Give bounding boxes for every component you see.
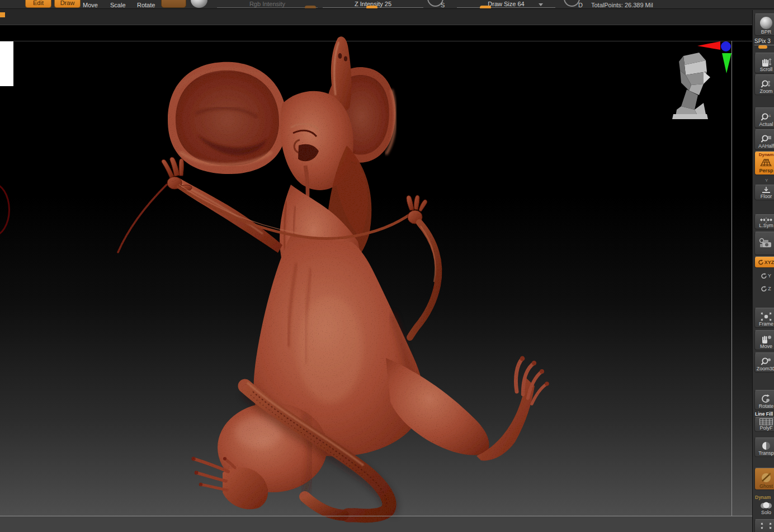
transp-label: Transp [758, 450, 774, 456]
rgb-intensity-label: Rgb Intensity [217, 1, 318, 7]
zoom3d-label: Zoom3D [757, 366, 774, 372]
edit-button[interactable]: Edit [25, 0, 51, 8]
rgb-intensity-track [217, 7, 318, 8]
spix-handle[interactable] [758, 45, 767, 49]
aahalf-label: AAHalf [758, 143, 774, 149]
z-rotate-label: Z [768, 286, 771, 291]
rat-sculpture-model [0, 0, 752, 532]
current-brush-button[interactable] [161, 0, 186, 8]
scale-button[interactable]: Scale [110, 0, 126, 9]
persp-label: Persp [759, 168, 773, 174]
polymesh-head-model[interactable] [671, 51, 711, 120]
move-button-label: Move [83, 2, 98, 8]
persp-button[interactable]: Dynam Persp [754, 151, 774, 175]
y-rotate-icon [761, 273, 767, 279]
scroll-label: Scroll [760, 67, 773, 73]
bpr-sphere-icon [760, 17, 772, 29]
solo-spheres-icon [759, 502, 773, 510]
y-rotate-label: Y [768, 273, 771, 279]
line-fill-header: Line Fill [755, 411, 774, 417]
svg-text:x1: x1 [767, 114, 771, 117]
axis-x-arrow [697, 41, 720, 50]
scroll-button[interactable]: Scroll [754, 53, 774, 73]
zoom3d-button[interactable]: Zoom3D [754, 352, 774, 373]
document-canvas[interactable] [0, 25, 752, 532]
document-bottom-border [0, 516, 752, 516]
z-rotate-button[interactable]: Z [754, 283, 774, 294]
total-points-readout: TotalPoints: 26.389 Mil [591, 0, 653, 9]
dynamic-size-dial-letter: D [578, 0, 583, 9]
white-panel-fragment [0, 41, 13, 86]
focal-shift-dial-letter: S [441, 0, 445, 9]
brush-cursor-arc [0, 182, 10, 237]
dynamic-size-dial[interactable] [564, 0, 580, 7]
zoom-button[interactable]: Zoom [754, 74, 774, 95]
move3d-hand-icon [761, 335, 772, 343]
rotate3d-label: Rotate [759, 403, 774, 409]
bpr-label: BPR [761, 29, 772, 35]
camera-icon [759, 237, 773, 249]
rotate-button[interactable]: Rotate [137, 0, 155, 9]
xyz-label: XYZ [764, 260, 774, 265]
actual-button[interactable]: x1 Actual [754, 107, 774, 128]
top-shelf: Edit Draw Move Scale Rotate Rgb Intensit… [0, 0, 774, 9]
move3d-label: Move [760, 343, 772, 350]
right-shelf: BPR SPix 3 Scroll Zoom x1 Actual [752, 10, 774, 532]
ghost-button[interactable]: Ghost [754, 468, 774, 490]
dynam-header: Dynam [755, 495, 774, 500]
document-top-border [0, 41, 752, 41]
y-rotate-button[interactable]: Y [754, 270, 774, 281]
edit-button-label: Edit [33, 0, 44, 6]
axis-y-arrow [722, 53, 731, 73]
solo-label: Solo [761, 510, 771, 516]
floor-icon [761, 187, 771, 194]
aahalf-magnifier-icon [761, 134, 772, 143]
rgb-intensity-slider[interactable]: Rgb Intensity [217, 0, 318, 8]
draw-button-label: Draw [60, 0, 75, 6]
secondary-shelf [0, 9, 774, 25]
polyf-grid-icon [759, 418, 773, 425]
zoom3d-magnifier-icon [761, 357, 772, 366]
brush-thumb-icon [168, 0, 180, 7]
actual-label: Actual [759, 121, 773, 128]
axis-z-dot [721, 41, 731, 51]
shelf-divider-handle[interactable] [0, 12, 5, 17]
frame-icon [761, 312, 772, 321]
draw-button[interactable]: Draw [54, 0, 81, 8]
rat-body-group [118, 36, 549, 516]
frame-label: Frame [759, 321, 773, 327]
frame-button[interactable]: Frame [754, 308, 774, 328]
xyz-rotate-icon [758, 260, 764, 265]
floor-button[interactable]: Floor [754, 185, 774, 200]
lsym-button[interactable]: L.Sym [754, 214, 774, 229]
lsym-label: L.Sym [759, 223, 773, 229]
partial-bottom-button[interactable] [754, 519, 774, 532]
aahalf-button[interactable]: AAHalf [754, 129, 774, 150]
total-points-text: TotalPoints: 26.389 Mil [591, 2, 653, 8]
spix-label: SPix 3 [754, 38, 774, 45]
actual-magnifier-icon: x1 [761, 112, 772, 121]
canvas-dead-zone [0, 516, 752, 532]
xyz-rotate-button[interactable]: XYZ [754, 256, 774, 268]
bpr-button[interactable]: BPR [754, 13, 774, 36]
scroll-hand-icon [761, 58, 772, 67]
camera-button[interactable] [754, 232, 774, 255]
zbrush-app: { "toolbar": { "edit": "Edit", "draw": "… [0, 0, 774, 532]
polyf-label: PolyF [759, 425, 772, 431]
zoom-magnifier-icon [761, 79, 772, 88]
draw-size-track [457, 7, 555, 8]
polyf-button[interactable]: PolyF [754, 417, 774, 432]
move-button[interactable]: Move [83, 0, 98, 9]
solo-button[interactable]: Solo [754, 501, 774, 516]
zoom-label: Zoom [759, 88, 772, 95]
scale-button-label: Scale [110, 2, 126, 8]
floor-label: Floor [761, 194, 772, 200]
z-intensity-slider[interactable]: Z Intensity 25 [323, 0, 423, 8]
spix-slider[interactable]: SPix 3 [754, 38, 774, 51]
rotate3d-button[interactable]: Rotate [754, 390, 774, 410]
move3d-button[interactable]: Move [754, 330, 774, 350]
lsym-icon [760, 217, 772, 223]
transp-button[interactable]: Transp [754, 437, 774, 457]
draw-size-dropdown-caret[interactable] [539, 3, 543, 6]
stroke-type-icon[interactable] [191, 0, 207, 8]
